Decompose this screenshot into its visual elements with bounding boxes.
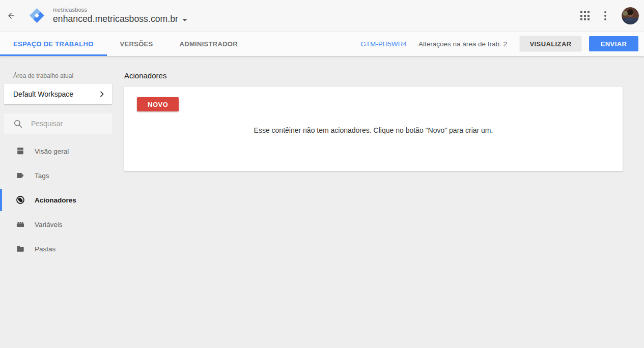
search-icon bbox=[13, 119, 23, 129]
apps-grid-icon bbox=[580, 11, 590, 20]
tab-versoes[interactable]: VERSÕES bbox=[107, 32, 166, 56]
container-domain: enhanced.metricasboss.com.br bbox=[53, 15, 178, 24]
preview-button[interactable]: VISUALIZAR bbox=[520, 36, 581, 51]
sidebar-nav: Visão geral Tags Acionadores bbox=[0, 139, 116, 261]
sidebar-item-visao-geral[interactable]: Visão geral bbox=[0, 139, 116, 163]
more-options-button[interactable] bbox=[595, 6, 615, 26]
workspace-selector[interactable]: Default Workspace bbox=[4, 84, 112, 104]
submit-button[interactable]: ENVIAR bbox=[589, 36, 638, 51]
tab-label: VERSÕES bbox=[120, 40, 153, 48]
account-name: metricasboss bbox=[53, 7, 187, 13]
tab-bar: ESPAÇO DE TRABALHO VERSÕES ADMINISTRADOR… bbox=[0, 32, 644, 56]
tab-administrador[interactable]: ADMINISTRADOR bbox=[166, 32, 251, 56]
sidebar: Área de trabalho atual Default Workspace… bbox=[0, 56, 116, 348]
tabs: ESPAÇO DE TRABALHO VERSÕES ADMINISTRADOR bbox=[0, 32, 251, 56]
workspace-changes-count: Alterações na área de trab: 2 bbox=[418, 40, 507, 48]
chevron-down-icon bbox=[182, 19, 187, 21]
sidebar-item-label: Pastas bbox=[35, 245, 55, 253]
search-box[interactable] bbox=[4, 113, 112, 134]
container-info: metricasboss enhanced.metricasboss.com.b… bbox=[53, 7, 187, 24]
tab-label: ADMINISTRADOR bbox=[180, 40, 238, 48]
new-trigger-button[interactable]: NOVO bbox=[137, 97, 179, 111]
tabbar-right: GTM-PH5WR4 Alterações na área de trab: 2… bbox=[360, 32, 644, 56]
folder-icon bbox=[15, 244, 25, 254]
gtm-app: metricasboss enhanced.metricasboss.com.b… bbox=[0, 0, 644, 348]
apps-grid-button[interactable] bbox=[575, 6, 595, 26]
sidebar-item-label: Acionadores bbox=[35, 196, 76, 204]
top-header: metricasboss enhanced.metricasboss.com.b… bbox=[0, 0, 644, 32]
main-content: Acionadores NOVO Esse contêiner não tem … bbox=[116, 56, 644, 348]
back-button[interactable] bbox=[1, 6, 21, 26]
container-id-link[interactable]: GTM-PH5WR4 bbox=[360, 40, 407, 48]
search-input[interactable] bbox=[31, 113, 123, 134]
sidebar-item-variaveis[interactable]: Variáveis bbox=[0, 212, 116, 237]
kebab-menu-icon bbox=[604, 11, 606, 20]
sidebar-item-pastas[interactable]: Pastas bbox=[0, 237, 116, 261]
overview-icon bbox=[15, 146, 25, 156]
avatar[interactable] bbox=[622, 7, 639, 24]
workspace-name: Default Workspace bbox=[13, 90, 98, 98]
back-arrow-icon bbox=[7, 11, 16, 20]
sidebar-item-acionadores[interactable]: Acionadores bbox=[0, 188, 116, 212]
page-title: Acionadores bbox=[124, 71, 623, 80]
chevron-right-icon bbox=[98, 90, 106, 98]
variables-icon bbox=[15, 219, 25, 229]
sidebar-item-label: Visão geral bbox=[35, 148, 69, 155]
triggers-card: NOVO Esse contêiner não tem acionadores.… bbox=[124, 86, 623, 171]
trigger-icon bbox=[15, 195, 25, 205]
sidebar-item-label: Tags bbox=[35, 172, 49, 180]
avatar-image bbox=[622, 7, 639, 24]
tab-label: ESPAÇO DE TRABALHO bbox=[13, 40, 94, 48]
empty-state-message: Esse contêiner não tem acionadores. Cliq… bbox=[124, 126, 623, 134]
container-selector[interactable]: enhanced.metricasboss.com.br bbox=[53, 15, 187, 24]
header-right bbox=[575, 6, 644, 26]
current-workspace-label: Área de trabalho atual bbox=[13, 72, 116, 79]
sidebar-item-label: Variáveis bbox=[35, 221, 63, 228]
tag-icon bbox=[15, 170, 25, 181]
sidebar-item-tags[interactable]: Tags bbox=[0, 163, 116, 188]
gtm-logo-icon bbox=[29, 7, 45, 24]
tab-espaco-de-trabalho[interactable]: ESPAÇO DE TRABALHO bbox=[0, 32, 107, 56]
